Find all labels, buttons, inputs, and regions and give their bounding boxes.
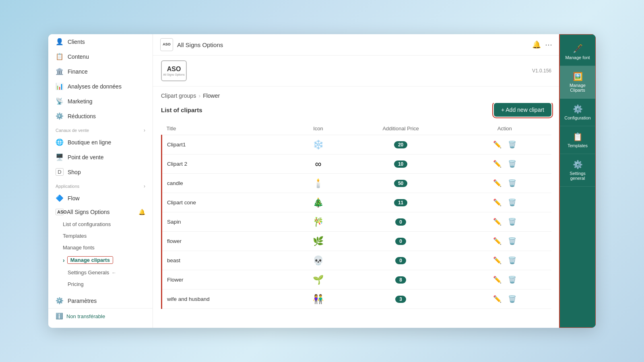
price-badge: 0 [395,238,406,245]
price-badge: 11 [394,199,407,206]
shop-icon: D [56,168,64,176]
edit-clipart-button[interactable]: ✏️ [491,158,504,169]
clipart-price: 11 [344,193,458,212]
aso-small-icon: ASO [56,209,64,215]
delete-clipart-button[interactable]: 🗑️ [506,158,519,169]
breadcrumb-parent[interactable]: Clipart groups [161,93,196,99]
sidebar-sub-manage-cliparts[interactable]: › Manage cliparts [63,253,153,267]
sidebar-item-shop[interactable]: D Shop [48,165,153,179]
clipart-title: Clipart 2 [162,154,293,174]
boutique-icon: 🌐 [56,138,64,146]
sidebar-aso-header[interactable]: ASO All Signs Options 🔔 [48,206,153,218]
delete-clipart-button[interactable]: 🗑️ [506,236,519,247]
clipart-title: Flower [162,270,293,290]
right-panel-manage-font[interactable]: 🖋️ Manage font [559,38,596,66]
delete-clipart-button[interactable]: 🗑️ [506,274,519,285]
more-icon[interactable]: ⋯ [545,40,552,49]
clipart-actions: ✏️ 🗑️ [458,290,551,309]
topbar-actions: 🔔 ⋯ [532,40,552,49]
clipart-actions: ✏️ 🗑️ [458,154,551,174]
clipart-actions: ✏️ 🗑️ [458,193,551,212]
canaux-section-label: Canaux de vente › [48,123,153,135]
clipart-title: flower [162,232,293,251]
sidebar-item-parametres[interactable]: ⚙️ Paramètres [48,293,153,308]
edit-clipart-button[interactable]: ✏️ [491,216,504,227]
table-row: Sapin 🎋 0 ✏️ 🗑️ [162,212,552,232]
price-badge: 8 [395,276,406,284]
clipart-title: candle [162,174,293,193]
col-price: Additional Price [344,122,458,135]
sidebar-item-marketing[interactable]: 📡 Marketing [48,94,153,109]
price-badge: 20 [394,141,407,148]
col-icon: Icon [293,122,344,135]
sidebar-item-reductions[interactable]: ⚙️ Réductions [48,109,153,123]
info-icon: ℹ️ [56,313,63,320]
aso-notification-icon[interactable]: 🔔 [138,209,145,215]
clipart-actions: ✏️ 🗑️ [458,212,551,232]
clipart-title: Clipart1 [162,135,293,154]
clipart-actions: ✏️ 🗑️ [458,135,551,154]
add-clipart-button[interactable]: + Add new clipart [494,103,551,117]
clipart-icon: ∞ [293,154,344,174]
edit-clipart-button[interactable]: ✏️ [491,255,504,266]
right-panel-templates[interactable]: 📋 Templates [559,126,596,154]
sidebar-sub-list-configs[interactable]: List of configurations [63,218,153,230]
right-panel-manage-cliparts[interactable]: 🖼️ Manage Cliparts [559,66,596,99]
contenu-icon: 📋 [56,53,64,60]
sidebar-sub-templates[interactable]: Templates [63,230,153,242]
delete-clipart-button[interactable]: 🗑️ [506,178,519,189]
delete-clipart-button[interactable]: 🗑️ [506,197,519,208]
cliparts-table: Title Icon Additional Price Action Clipa… [161,122,551,309]
clipart-icon: 🌱 [293,270,344,290]
marketing-icon: 📡 [56,97,64,105]
clipart-price: 0 [344,232,458,251]
edit-clipart-button[interactable]: ✏️ [491,139,504,150]
clipart-actions: ✏️ 🗑️ [458,174,551,193]
clipart-price: 0 [344,212,458,232]
delete-clipart-button[interactable]: 🗑️ [506,139,519,150]
sidebar-item-contenu[interactable]: 📋 Contenu [48,49,153,64]
price-badge: 0 [395,218,406,226]
delete-clipart-button[interactable]: 🗑️ [506,216,519,227]
edit-clipart-button[interactable]: ✏️ [491,294,504,304]
right-panel-settings-general[interactable]: ⚙️ Settings general [559,154,596,187]
table-row: Clipart 2 ∞ 10 ✏️ 🗑️ [162,154,552,174]
edit-clipart-button[interactable]: ✏️ [491,236,504,247]
canaux-expand-icon[interactable]: › [144,128,145,133]
delete-clipart-button[interactable]: 🗑️ [506,255,519,266]
clipart-icon: 🎄 [293,193,344,212]
clipart-title: Sapin [162,212,293,232]
sidebar-item-finance[interactable]: 🏛️ Finance [48,64,153,79]
col-title: Title [162,122,293,135]
sidebar-item-clients[interactable]: 👤 Clients [48,34,153,49]
col-action: Action [458,122,551,135]
logo-bar: ASO All Signs Options V1.0.156 [153,56,559,86]
sidebar-bottom: ℹ️ Non transférable [48,308,153,324]
configuration-icon: ⚙️ [573,104,583,114]
aso-logo-small: ASO [160,38,173,51]
edit-clipart-button[interactable]: ✏️ [491,274,504,285]
point-de-vente-icon: 🖥️ [56,153,64,161]
sidebar-sub-pricing[interactable]: Pricing [63,278,153,290]
delete-clipart-button[interactable]: 🗑️ [506,294,519,304]
sidebar-sub-settings-generals[interactable]: Settings Generals ← [63,267,153,278]
sidebar-item-analyses[interactable]: 📊 Analyses de données [48,79,153,94]
clipart-price: 10 [344,154,458,174]
clipart-price: 3 [344,290,458,309]
list-section: List of cliparts + Add new clipart Title… [153,103,559,328]
notification-icon[interactable]: 🔔 [532,40,541,49]
applications-expand-icon[interactable]: › [144,183,145,189]
sidebar-item-boutique[interactable]: 🌐 Boutique en ligne [48,135,153,150]
edit-clipart-button[interactable]: ✏️ [491,197,504,208]
topbar-logo: ASO [160,38,173,51]
table-row: candle 🕯️ 50 ✏️ 🗑️ [162,174,552,193]
flow-icon: 🔷 [56,194,64,202]
sidebar-sub-manage-fonts[interactable]: Manage fonts [63,242,153,253]
clipart-price: 8 [344,270,458,290]
sidebar-item-point-de-vente[interactable]: 🖥️ Point de vente [48,150,153,165]
edit-clipart-button[interactable]: ✏️ [491,178,504,189]
sidebar-item-flow[interactable]: 🔷 Flow [48,191,153,206]
manage-cliparts-icon: 🖼️ [573,72,583,81]
right-panel-configuration[interactable]: ⚙️ Configuration [559,99,596,126]
clipart-title: Clipart cone [162,193,293,212]
